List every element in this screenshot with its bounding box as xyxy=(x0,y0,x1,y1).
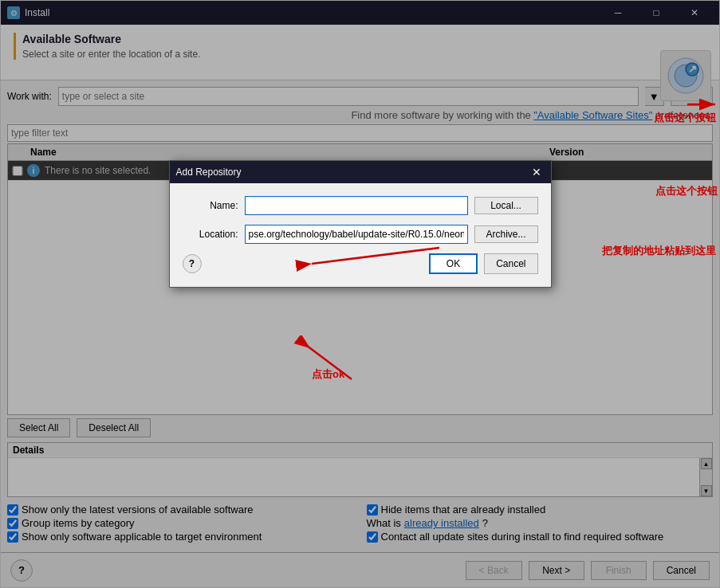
modal-local-button[interactable]: Local... xyxy=(474,197,538,214)
modal-name-input[interactable] xyxy=(245,196,468,215)
modal-title: Add Repository xyxy=(176,167,529,178)
modal-name-row: Name: Local... xyxy=(183,196,538,215)
modal-help-button[interactable]: ? xyxy=(183,254,202,273)
modal-location-input[interactable] xyxy=(245,225,468,244)
modal-overlay: Add Repository ✕ Name: Local... Location… xyxy=(1,1,719,587)
add-repository-dialog: Add Repository ✕ Name: Local... Location… xyxy=(169,160,552,288)
modal-archive-button[interactable]: Archive... xyxy=(474,225,538,243)
modal-title-bar: Add Repository ✕ xyxy=(170,161,551,183)
modal-name-label: Name: xyxy=(183,200,238,211)
modal-location-label: Location: xyxy=(183,229,238,240)
modal-ok-button[interactable]: OK xyxy=(429,253,478,274)
main-window: ⚙ Install ─ □ ✕ Available Software Selec… xyxy=(0,0,720,588)
modal-location-row: Location: Archive... xyxy=(183,225,538,244)
modal-close-button[interactable]: ✕ xyxy=(529,164,545,180)
modal-cancel-button[interactable]: Cancel xyxy=(484,253,537,274)
modal-content: Name: Local... Location: Archive... ? OK xyxy=(170,183,551,287)
